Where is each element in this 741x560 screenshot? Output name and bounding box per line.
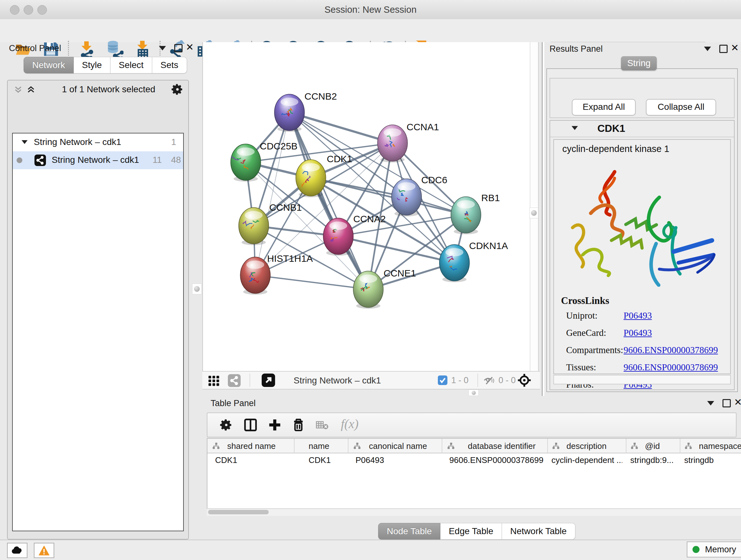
column-header[interactable]: name: [294, 439, 348, 453]
share-network-icon[interactable]: [228, 374, 241, 387]
open-in-window-icon[interactable]: [262, 374, 275, 387]
node-table[interactable]: shared name name canonical name database…: [207, 438, 741, 509]
control-panel: Control Panel ✕ Network Style Select Set…: [4, 42, 192, 540]
network-node-CDC25B[interactable]: CDC25B: [231, 141, 297, 182]
node-section-header[interactable]: CDK1: [550, 121, 734, 137]
crosslinks-heading: CrossLinks: [561, 295, 609, 307]
expand-all-icon[interactable]: [26, 85, 36, 95]
network-node-CCNE1[interactable]: CCNE1: [353, 268, 416, 309]
crosslink-label: GeneCard:: [566, 327, 606, 338]
network-node-CCNA2[interactable]: CCNA2: [323, 213, 386, 256]
show-columns-icon[interactable]: [243, 418, 258, 432]
crosslink-label: Uniprot:: [566, 310, 597, 321]
network-node-RB1[interactable]: RB1: [451, 192, 500, 234]
float-panel-icon[interactable]: [174, 44, 183, 52]
node-label: CDC25B: [260, 141, 297, 151]
status-bar: Memory: [0, 540, 741, 560]
node-label: CCNA2: [353, 213, 386, 224]
node-label: CCNB2: [305, 91, 337, 102]
table-cell[interactable]: CDK1: [215, 453, 292, 469]
network-row-selected[interactable]: String Network – cdk1 11 48: [13, 151, 183, 169]
collapse-all-button[interactable]: Collapse All: [646, 99, 716, 116]
network-collection-count: 1: [171, 137, 176, 147]
collapse-panel-icon[interactable]: [159, 46, 166, 51]
table-panel: Table Panel ✕ f(x) shared name name cano…: [202, 396, 741, 540]
tab-edge-table[interactable]: Edge Table: [441, 523, 502, 540]
crosslink-label: Tissues:: [566, 362, 596, 373]
expand-all-button[interactable]: Expand All: [572, 99, 636, 116]
float-panel-icon[interactable]: [719, 45, 728, 53]
tab-sets[interactable]: Sets: [152, 57, 187, 73]
results-buttons-box: Expand All Collapse All: [549, 78, 735, 118]
crosslink-link[interactable]: P06493: [623, 310, 652, 321]
collapse-panel-icon[interactable]: [707, 401, 714, 406]
network-list-box: 1 of 1 Network selected String Network –…: [7, 80, 189, 540]
tab-network[interactable]: Network: [23, 57, 74, 73]
crosslink-link[interactable]: 9606.ENSP00000378699: [623, 345, 718, 355]
crosslink-label: Compartments:: [566, 345, 623, 355]
close-panel-icon[interactable]: ✕: [731, 45, 739, 51]
network-node-CCNB2[interactable]: CCNB2: [274, 91, 337, 132]
network-edge-count: 48: [171, 155, 181, 165]
network-node-CCNB1[interactable]: CCNB1: [239, 202, 302, 245]
network-node-CCNA1[interactable]: CCNA1: [378, 122, 439, 163]
selected-checkbox-icon[interactable]: [438, 375, 448, 385]
cloud-status-button[interactable]: [7, 543, 27, 558]
float-panel-icon[interactable]: [723, 399, 731, 408]
tab-style[interactable]: Style: [74, 57, 111, 73]
column-header[interactable]: description: [548, 439, 626, 453]
fit-selection-crosshair-icon[interactable]: [517, 373, 532, 388]
memory-button[interactable]: Memory: [687, 542, 741, 557]
network-selected-status: 1 of 1 Network selected: [62, 84, 155, 95]
node-label: CDC6: [421, 175, 448, 185]
left-splitter-grip[interactable]: [192, 284, 202, 294]
collapse-all-icon[interactable]: [13, 85, 23, 95]
network-collection-row[interactable]: String Network – cdk1 1: [13, 133, 183, 151]
crosslink-link[interactable]: 9606.ENSP00000378699: [623, 362, 718, 373]
results-scrollbar[interactable]: [553, 375, 731, 384]
network-edge[interactable]: [289, 112, 393, 143]
table-cell[interactable]: CDK1: [309, 453, 347, 469]
tab-node-table[interactable]: Node Table: [378, 523, 441, 540]
close-panel-icon[interactable]: ✕: [186, 44, 194, 51]
canvas-splitter-bar: [530, 42, 539, 371]
warning-status-button[interactable]: [34, 543, 54, 558]
tree-expand-icon[interactable]: [22, 140, 28, 144]
crosslink-link[interactable]: P06493: [623, 327, 652, 338]
warning-icon: [38, 545, 50, 556]
delete-column-trash-icon[interactable]: [291, 418, 306, 432]
tab-network-table[interactable]: Network Table: [502, 523, 576, 540]
right-splitter-grip[interactable]: [529, 207, 538, 219]
table-gear-icon[interactable]: [219, 418, 233, 432]
network-node-CDKN1A[interactable]: CDKN1A: [440, 240, 508, 282]
column-header[interactable]: @id: [626, 439, 680, 453]
network-options-gear-icon[interactable]: [171, 83, 184, 96]
collapse-panel-icon[interactable]: [704, 47, 711, 51]
network-canvas[interactable]: CCNB2CCNA1CDC25BCDK1CDC6RB1CCNB1CCNA2CDK…: [202, 42, 530, 371]
window-title: Session: New Session: [0, 4, 741, 15]
network-node-CDC6[interactable]: CDC6: [392, 175, 448, 216]
add-column-plus-icon[interactable]: [267, 418, 282, 432]
table-cell[interactable]: stringdb:9...: [630, 453, 676, 469]
column-header[interactable]: canonical name: [348, 439, 442, 453]
table-cell[interactable]: stringdb: [684, 453, 738, 469]
close-panel-icon[interactable]: ✕: [734, 399, 741, 406]
selected-count: 1 - 0: [451, 375, 468, 385]
table-cell[interactable]: 9606.ENSP00000378699: [449, 453, 545, 469]
tab-select[interactable]: Select: [111, 57, 152, 73]
birdseye-grid-icon[interactable]: [207, 374, 220, 387]
column-header[interactable]: database identifier: [442, 439, 548, 453]
network-edge[interactable]: [338, 236, 455, 263]
network-node-HIST1H1A[interactable]: HIST1H1A: [240, 253, 313, 295]
column-header[interactable]: namespace: [680, 439, 741, 453]
table-cell[interactable]: P06493: [355, 453, 439, 469]
horizontal-splitter-grip[interactable]: [468, 389, 479, 396]
protein-structure-image: [563, 159, 717, 287]
table-cell[interactable]: cyclin-dependent ...: [551, 453, 622, 469]
network-edge[interactable]: [255, 275, 368, 289]
section-collapse-icon[interactable]: [571, 126, 578, 130]
table-horizontal-scrollbar[interactable]: [207, 508, 741, 516]
column-header[interactable]: shared name: [207, 439, 294, 453]
memory-label: Memory: [705, 545, 736, 554]
string-results-tab[interactable]: String: [621, 56, 657, 70]
